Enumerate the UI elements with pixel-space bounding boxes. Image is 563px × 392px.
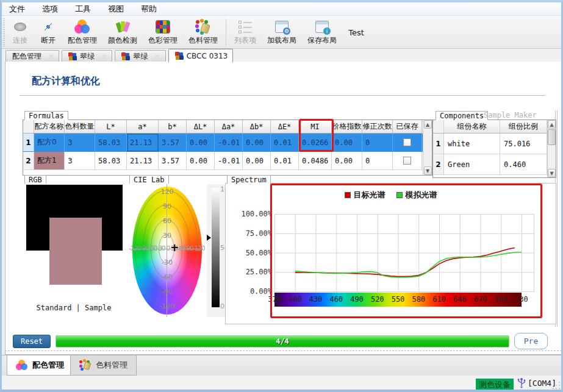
resize-grip-icon[interactable] [551, 382, 560, 390]
bottom-tab-color-matching[interactable]: 配色管理 [7, 355, 73, 376]
col-colorant-count[interactable]: 色料数量 [65, 120, 95, 134]
col-L[interactable]: L* [95, 120, 127, 134]
y-tick-label: 75.00% [228, 229, 272, 238]
connect-button: 连接 [6, 17, 34, 48]
col-formula-name[interactable]: 配方名称 [34, 120, 65, 134]
list-items-icon [237, 18, 254, 35]
col-component-name[interactable]: 组份名称 [444, 120, 500, 134]
save-layout-icon: i [314, 18, 331, 35]
color-detect-icon [114, 18, 131, 35]
saved-checkbox[interactable] [403, 138, 411, 146]
test-label[interactable]: Test [342, 17, 370, 48]
formula-color-swatch: 配方1 [34, 152, 65, 170]
pigment-manage-icon [195, 18, 212, 35]
toolbar: 连接 断开 配色管理 颜色检测 色彩管理 [2, 16, 561, 49]
col-b[interactable]: b* [159, 120, 187, 134]
progress-bar: 4/4 [56, 335, 509, 347]
rgb-caption: Standard | Sample [23, 304, 125, 312]
tab-color-matching[interactable]: 配色管理 × [5, 50, 59, 62]
components-header-row: 组份名称 组份比例 [433, 120, 547, 134]
sample-maker-tab[interactable]: Sample Maker [480, 111, 540, 120]
menu-bar: 文件 选项 工具 视图 帮助 [2, 2, 561, 16]
pigment-manage-button[interactable]: 色料管理 [183, 17, 223, 48]
col-saved[interactable]: 已保存 [393, 120, 422, 134]
col-price-index[interactable]: 价格指数 [332, 120, 362, 134]
col-a[interactable]: a* [127, 120, 159, 134]
scroll-up-icon[interactable]: ▲ [424, 120, 432, 129]
close-icon[interactable]: × [48, 52, 54, 60]
disconnect-button[interactable]: 断开 [34, 17, 62, 48]
cielab-group-label: CIE Lab [129, 175, 169, 184]
close-icon[interactable]: × [101, 52, 107, 60]
color-matching-button[interactable]: 配色管理 [62, 17, 102, 48]
main-panel: 配方计算和优化 Formulas 配方名称 色料数量 L* a* b* ΔL* … [5, 62, 562, 355]
cielab-a-axis-labels: -120-90-60-30 0 30 60 90 120 [129, 244, 208, 252]
mi-value-1: 0.0486 [299, 152, 332, 170]
menu-view[interactable]: 视图 [108, 4, 124, 15]
col-dE[interactable]: ΔE* [271, 120, 299, 134]
scroll-down-icon[interactable]: ▼ [548, 169, 556, 177]
menu-options[interactable]: 选项 [42, 4, 58, 15]
puzzle-icon [121, 52, 130, 60]
page-title: 配方计算和优化 [32, 75, 100, 88]
menu-file[interactable]: 文件 [9, 4, 25, 15]
bottom-tab-pigment-manage[interactable]: 色料管理 [70, 355, 137, 376]
usb-icon [517, 377, 526, 391]
puzzle-icon [68, 52, 77, 60]
y-tick-label: 0.00% [228, 287, 272, 296]
status-bar: 测色设备 [COM4] [2, 376, 561, 392]
save-layout-button[interactable]: i 保存布局 [302, 17, 342, 48]
color-matching-icon [16, 360, 28, 371]
document-tab-row: 配色管理 × 翠绿 × 翠绿 × CBCC 0313 [2, 49, 561, 62]
scroll-down-icon[interactable]: ▼ [424, 166, 432, 175]
close-icon[interactable]: × [154, 52, 160, 60]
component-row-0[interactable]: 1 white 75.016 [433, 134, 547, 154]
lightness-marker-icon [207, 235, 211, 241]
formula-row-1[interactable]: 2 配方1 3 58.03 21.13 3.57 0.00 -0.01 0.00… [23, 152, 423, 170]
tab-cuilv-2[interactable]: 翠绿 × [115, 50, 165, 62]
scroll-up-icon[interactable]: ▲ [548, 120, 556, 129]
formulas-group-label: Formulas [24, 111, 68, 120]
col-da[interactable]: Δa* [215, 120, 243, 134]
col-db[interactable]: Δb* [243, 120, 271, 134]
connect-icon [12, 18, 29, 35]
progress-label: 4/4 [56, 337, 509, 346]
tab-cuilv-1[interactable]: 翠绿 × [62, 50, 112, 62]
mi-annotation-box [299, 119, 334, 152]
pre-button[interactable]: Pre [514, 333, 548, 349]
y-tick-label: 50.00% [228, 249, 272, 257]
col-component-ratio[interactable]: 组份比例 [500, 120, 547, 134]
color-manage-button[interactable]: 色彩管理 [143, 17, 183, 48]
formula-row-0[interactable]: 1 配方0 3 58.03 21.13 3.57 0.00 -0.01 0.00… [23, 134, 423, 152]
app-window: 文件 选项 工具 视图 帮助 连接 断开 配色管理 颜色检测 [0, 0, 563, 392]
toolbar-grip[interactable] [3, 18, 5, 46]
sample-position-marker: + [170, 241, 179, 254]
menu-tools[interactable]: 工具 [75, 4, 91, 15]
puzzle-icon [175, 52, 184, 60]
component-row-1[interactable]: 2 Green 0.460 [433, 154, 547, 175]
menu-help[interactable]: 帮助 [141, 4, 157, 15]
saved-checkbox[interactable] [403, 157, 411, 165]
lightness-gradient-bar[interactable] [212, 188, 220, 307]
col-fix-count[interactable]: 修正次数 [362, 120, 393, 134]
scroll-thumb[interactable] [548, 129, 556, 145]
rgb-preview-panel: Standard | Sample [23, 183, 125, 317]
color-matching-icon [74, 18, 91, 35]
cielab-panel: 120 90 60 30 -30 -60 -90 -120 -120-90-60… [127, 183, 225, 320]
components-scrollbar[interactable]: ▲ ▼ [547, 120, 556, 177]
formulas-scrollbar[interactable]: ▲ ▼ [423, 120, 432, 175]
y-tick-label: 25.00% [228, 268, 272, 276]
tab-cbcc-0313[interactable]: CBCC 0313 [168, 49, 234, 62]
color-manage-icon [154, 18, 171, 35]
formulas-table: 配方名称 色料数量 L* a* b* ΔL* Δa* Δb* ΔE* MI 价格… [23, 119, 432, 176]
spectrum-annotation-box [270, 184, 542, 318]
load-layout-button[interactable]: ⚙ 加载布局 [262, 17, 302, 48]
reset-button[interactable]: Reset [13, 335, 51, 348]
disconnect-icon [40, 18, 57, 35]
col-dL[interactable]: ΔL* [187, 120, 215, 134]
spectrum-group-label: Spectrum [227, 175, 271, 184]
color-detect-button[interactable]: 颜色检测 [102, 17, 143, 48]
focused-cell[interactable]: 21.13 [127, 134, 159, 152]
components-table: 组份名称 组份比例 1 white 75.016 2 Green 0.460 ▲… [432, 119, 556, 178]
pigment-manage-icon [79, 360, 91, 371]
